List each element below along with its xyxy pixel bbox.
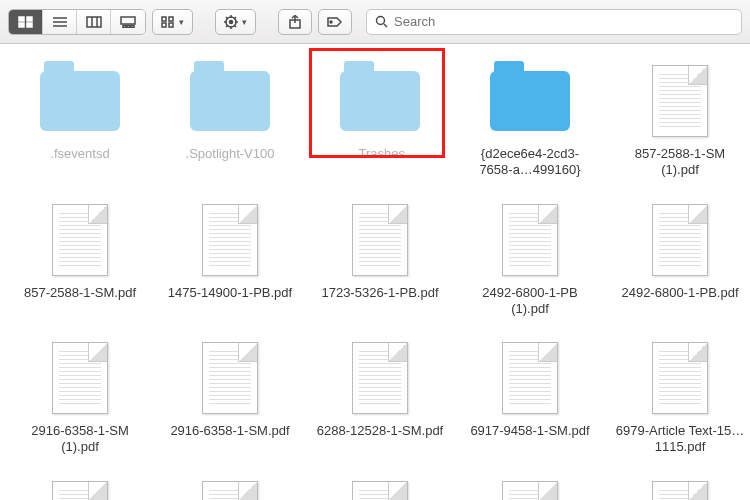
file-item[interactable]: 2492-6800-1-PB.pdf [610, 201, 750, 318]
document-icon [52, 204, 108, 276]
folder-icon [340, 71, 420, 131]
view-icon-button[interactable] [9, 10, 43, 34]
file-label: .fseventsd [50, 146, 109, 162]
svg-rect-14 [162, 17, 166, 21]
view-list-button[interactable] [43, 10, 77, 34]
document-icon [652, 342, 708, 414]
folder-icon [40, 71, 120, 131]
file-item[interactable] [310, 478, 450, 501]
file-label: 1475-14900-1-PB.pdf [168, 285, 292, 301]
document-icon [502, 342, 558, 414]
file-label: 2916-6358-1-SM (1).pdf [15, 423, 145, 456]
file-item[interactable]: 1723-5326-1-PB.pdf [310, 201, 450, 318]
svg-point-19 [230, 20, 233, 23]
file-label: 857-2588-1-SM (1).pdf [615, 146, 745, 179]
file-label: 2492-6800-1-PB (1).pdf [465, 285, 595, 318]
file-item[interactable] [160, 478, 300, 501]
svg-point-31 [377, 17, 385, 25]
file-label: 857-2588-1-SM.pdf [24, 285, 136, 301]
view-gallery-button[interactable] [111, 10, 145, 34]
search-input[interactable] [394, 14, 733, 29]
file-item[interactable]: 1475-14900-1-PB.pdf [160, 201, 300, 318]
svg-rect-16 [162, 23, 166, 27]
file-item[interactable] [610, 478, 750, 501]
file-label: 2916-6358-1-SM.pdf [170, 423, 289, 439]
document-icon [652, 481, 708, 501]
group-by-button[interactable]: ▾ [152, 9, 193, 35]
document-icon [652, 204, 708, 276]
svg-rect-10 [121, 17, 135, 24]
search-field[interactable] [366, 9, 742, 35]
document-icon [652, 65, 708, 137]
document-icon [352, 342, 408, 414]
view-columns-button[interactable] [77, 10, 111, 34]
document-icon [52, 342, 108, 414]
file-item[interactable]: .Spotlight-V100 [160, 62, 300, 179]
document-icon [52, 481, 108, 501]
file-item[interactable]: 857-2588-1-SM (1).pdf [610, 62, 750, 179]
file-label: 6979-Article Text-15…1115.pdf [615, 423, 745, 456]
document-icon [202, 204, 258, 276]
svg-rect-2 [19, 23, 24, 27]
document-icon [352, 481, 408, 501]
svg-rect-15 [169, 17, 173, 21]
file-item[interactable]: 6917-9458-1-SM.pdf [460, 339, 600, 456]
toolbar: ▾ ▾ [0, 0, 750, 44]
document-icon [202, 342, 258, 414]
svg-rect-11 [123, 25, 126, 27]
svg-rect-0 [19, 17, 24, 21]
folder-icon [190, 71, 270, 131]
file-item[interactable]: 857-2588-1-SM.pdf [10, 201, 150, 318]
file-label: 6288-12528-1-SM.pdf [317, 423, 443, 439]
document-icon [202, 481, 258, 501]
folder-icon [490, 71, 570, 131]
share-button[interactable] [278, 9, 312, 35]
search-icon [375, 15, 388, 28]
svg-point-30 [330, 21, 332, 23]
svg-rect-17 [169, 23, 173, 27]
chevron-down-icon: ▾ [242, 17, 247, 27]
file-item[interactable]: 6979-Article Text-15…1115.pdf [610, 339, 750, 456]
view-mode-group [8, 9, 146, 35]
file-item[interactable]: 2916-6358-1-SM.pdf [160, 339, 300, 456]
file-item[interactable] [460, 478, 600, 501]
file-label: 6917-9458-1-SM.pdf [470, 423, 589, 439]
file-item[interactable]: .fseventsd [10, 62, 150, 179]
file-label: .Trashes [355, 146, 405, 162]
document-icon [502, 204, 558, 276]
file-item[interactable] [10, 478, 150, 501]
svg-line-32 [384, 24, 387, 27]
tags-button[interactable] [318, 9, 352, 35]
file-item[interactable]: 6288-12528-1-SM.pdf [310, 339, 450, 456]
action-menu-button[interactable]: ▾ [215, 9, 256, 35]
document-icon [352, 204, 408, 276]
svg-rect-1 [27, 17, 32, 21]
file-item[interactable]: 2916-6358-1-SM (1).pdf [10, 339, 150, 456]
chevron-down-icon: ▾ [179, 17, 184, 27]
document-icon [502, 481, 558, 501]
file-item[interactable]: {d2ece6e4-2cd3-7658-a…499160} [460, 62, 600, 179]
file-label: 1723-5326-1-PB.pdf [321, 285, 438, 301]
file-item[interactable]: .Trashes [310, 62, 450, 179]
svg-rect-12 [127, 25, 130, 27]
file-label: .Spotlight-V100 [186, 146, 275, 162]
svg-rect-3 [27, 23, 32, 27]
file-browser-content[interactable]: .fseventsd.Spotlight-V100.Trashes{d2ece6… [0, 44, 750, 500]
svg-rect-7 [87, 17, 101, 27]
file-label: 2492-6800-1-PB.pdf [621, 285, 738, 301]
file-label: {d2ece6e4-2cd3-7658-a…499160} [465, 146, 595, 179]
search-field-wrap [366, 9, 742, 35]
file-item[interactable]: 2492-6800-1-PB (1).pdf [460, 201, 600, 318]
file-grid: .fseventsd.Spotlight-V100.Trashes{d2ece6… [10, 62, 740, 500]
svg-rect-13 [131, 25, 134, 27]
